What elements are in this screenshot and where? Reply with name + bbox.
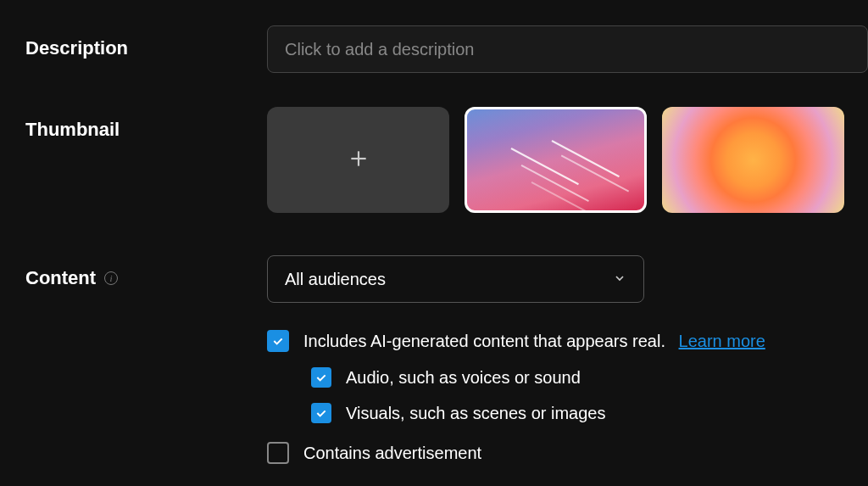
ai-audio-label: Audio, such as voices or sound (346, 368, 581, 388)
description-input[interactable] (267, 25, 868, 73)
ai-content-label-text: Includes AI-generated content that appea… (303, 332, 665, 350)
advertisement-checkbox[interactable] (267, 442, 289, 464)
thumbnail-control (267, 107, 868, 213)
ai-visuals-row: Visuals, such as scenes or images (311, 403, 868, 423)
thumbnail-option-1[interactable] (465, 107, 647, 213)
ai-content-checkbox[interactable] (267, 330, 289, 352)
ai-disclosure-group: Includes AI-generated content that appea… (267, 330, 868, 464)
ai-content-row: Includes AI-generated content that appea… (267, 330, 868, 352)
content-row: Content i All audiences Includes AI-gene… (25, 255, 868, 479)
content-label: Content i (25, 255, 267, 289)
chevron-down-icon (613, 270, 626, 289)
thumbnail-list (267, 107, 868, 213)
learn-more-link[interactable]: Learn more (679, 332, 765, 350)
add-thumbnail-button[interactable] (267, 107, 449, 213)
ai-audio-checkbox[interactable] (311, 367, 331, 388)
ai-content-label: Includes AI-generated content that appea… (303, 332, 765, 351)
ai-visuals-checkbox[interactable] (311, 403, 331, 423)
content-control: All audiences Includes AI-generated cont… (267, 255, 868, 479)
thumbnail-label: Thumbnail (25, 107, 267, 141)
thumbnail-option-2[interactable] (662, 107, 844, 213)
ai-visuals-label: Visuals, such as scenes or images (346, 404, 605, 423)
audience-selected-value: All audiences (285, 270, 386, 289)
info-icon[interactable]: i (104, 271, 118, 285)
audience-select[interactable]: All audiences (267, 255, 644, 303)
advertisement-row: Contains advertisement (267, 442, 868, 464)
description-row: Description (25, 25, 868, 73)
ai-audio-row: Audio, such as voices or sound (311, 367, 868, 388)
thumbnail-row: Thumbnail (25, 107, 868, 213)
plus-icon (348, 148, 370, 173)
description-control (267, 25, 868, 73)
description-label: Description (25, 25, 267, 59)
content-label-text: Content (25, 267, 96, 289)
advertisement-label: Contains advertisement (303, 444, 481, 463)
